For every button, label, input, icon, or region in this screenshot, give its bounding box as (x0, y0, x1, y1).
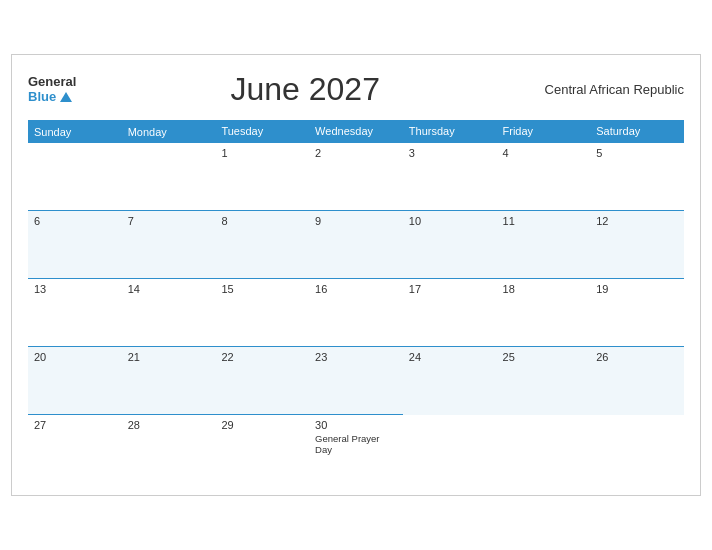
logo: General Blue (28, 75, 76, 104)
day-number: 4 (503, 147, 585, 159)
header-wednesday: Wednesday (309, 120, 403, 143)
calendar-cell: 12 (590, 211, 684, 279)
calendar-cell: 16 (309, 279, 403, 347)
calendar-cell (122, 143, 216, 211)
day-number: 27 (34, 419, 116, 431)
day-number: 26 (596, 351, 678, 363)
calendar-cell (28, 143, 122, 211)
calendar-cell: 26 (590, 347, 684, 415)
day-number: 17 (409, 283, 491, 295)
calendar-cell: 7 (122, 211, 216, 279)
day-number: 9 (315, 215, 397, 227)
header-thursday: Thursday (403, 120, 497, 143)
day-number: 5 (596, 147, 678, 159)
day-number: 12 (596, 215, 678, 227)
calendar-cell (590, 415, 684, 483)
logo-blue-text: Blue (28, 90, 76, 104)
header-monday: Monday (122, 120, 216, 143)
calendar-cell (497, 415, 591, 483)
day-number: 30 (315, 419, 397, 431)
calendar-cell: 5 (590, 143, 684, 211)
weekday-header-row: Sunday Monday Tuesday Wednesday Thursday… (28, 120, 684, 143)
calendar-grid: Sunday Monday Tuesday Wednesday Thursday… (28, 120, 684, 483)
day-number: 16 (315, 283, 397, 295)
calendar-cell: 29 (215, 415, 309, 483)
calendar-cell: 11 (497, 211, 591, 279)
day-number: 15 (221, 283, 303, 295)
day-number: 10 (409, 215, 491, 227)
calendar-cell: 18 (497, 279, 591, 347)
day-number: 20 (34, 351, 116, 363)
day-number: 2 (315, 147, 397, 159)
calendar-cell: 17 (403, 279, 497, 347)
week-row-4: 20212223242526 (28, 347, 684, 415)
week-row-3: 13141516171819 (28, 279, 684, 347)
day-number: 23 (315, 351, 397, 363)
calendar-cell: 21 (122, 347, 216, 415)
calendar-cell: 30General Prayer Day (309, 415, 403, 483)
day-number: 1 (221, 147, 303, 159)
day-number: 6 (34, 215, 116, 227)
day-number: 7 (128, 215, 210, 227)
header-tuesday: Tuesday (215, 120, 309, 143)
calendar-container: General Blue June 2027 Central African R… (11, 54, 701, 496)
day-number: 11 (503, 215, 585, 227)
calendar-cell: 3 (403, 143, 497, 211)
calendar-country: Central African Republic (534, 82, 684, 97)
day-number: 22 (221, 351, 303, 363)
header-saturday: Saturday (590, 120, 684, 143)
day-number: 28 (128, 419, 210, 431)
calendar-cell: 23 (309, 347, 403, 415)
calendar-cell: 10 (403, 211, 497, 279)
calendar-cell: 14 (122, 279, 216, 347)
logo-triangle-icon (60, 92, 72, 102)
calendar-cell: 20 (28, 347, 122, 415)
day-number: 3 (409, 147, 491, 159)
week-row-2: 6789101112 (28, 211, 684, 279)
week-row-1: 12345 (28, 143, 684, 211)
day-number: 18 (503, 283, 585, 295)
day-number: 21 (128, 351, 210, 363)
day-number: 19 (596, 283, 678, 295)
event-label: General Prayer Day (315, 433, 397, 455)
day-number: 29 (221, 419, 303, 431)
calendar-cell: 22 (215, 347, 309, 415)
calendar-cell: 9 (309, 211, 403, 279)
week-row-5: 27282930General Prayer Day (28, 415, 684, 483)
day-number: 8 (221, 215, 303, 227)
calendar-cell: 28 (122, 415, 216, 483)
calendar-cell: 15 (215, 279, 309, 347)
calendar-cell: 25 (497, 347, 591, 415)
calendar-cell: 13 (28, 279, 122, 347)
header-sunday: Sunday (28, 120, 122, 143)
calendar-cell: 6 (28, 211, 122, 279)
header-friday: Friday (497, 120, 591, 143)
day-number: 14 (128, 283, 210, 295)
calendar-cell: 4 (497, 143, 591, 211)
calendar-cell: 2 (309, 143, 403, 211)
day-number: 25 (503, 351, 585, 363)
calendar-cell: 19 (590, 279, 684, 347)
calendar-cell: 8 (215, 211, 309, 279)
calendar-cell: 1 (215, 143, 309, 211)
calendar-header: General Blue June 2027 Central African R… (28, 71, 684, 108)
calendar-cell (403, 415, 497, 483)
day-number: 13 (34, 283, 116, 295)
calendar-title: June 2027 (76, 71, 534, 108)
calendar-cell: 24 (403, 347, 497, 415)
day-number: 24 (409, 351, 491, 363)
logo-general-text: General (28, 75, 76, 89)
calendar-cell: 27 (28, 415, 122, 483)
